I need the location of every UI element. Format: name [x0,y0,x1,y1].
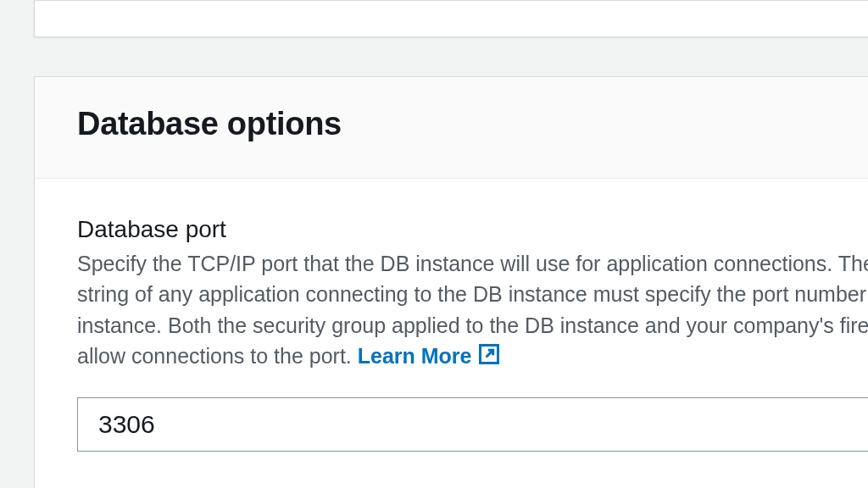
section-title: Database options [77,106,868,142]
external-link-icon [477,342,501,374]
panel-header: Database options [35,77,868,179]
previous-panel [34,0,868,37]
database-options-panel: Database options Database port Specify t… [34,76,868,488]
database-port-description: Specify the TCP/IP port that the DB inst… [77,248,868,374]
panel-body: Database port Specify the TCP/IP port th… [35,179,868,488]
database-port-input[interactable] [77,397,868,452]
learn-more-link[interactable]: Learn More [358,344,501,368]
database-port-label: Database port [77,216,868,243]
learn-more-text: Learn More [358,344,472,368]
